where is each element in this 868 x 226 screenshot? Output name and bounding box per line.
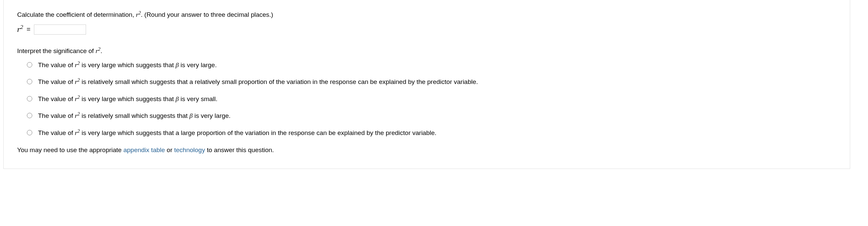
question-container: Calculate the coefficient of determinati…	[3, 0, 850, 169]
option-text-1: The value of r2 is very large which sugg…	[38, 61, 217, 70]
technology-link[interactable]: technology	[174, 147, 205, 154]
answer-input-row: r2 =	[17, 25, 836, 35]
hint-text-1: You may need to use the appropriate	[17, 147, 123, 154]
option-radio-5[interactable]	[27, 130, 32, 135]
r-squared-symbol: r2	[95, 47, 100, 55]
interpret-prompt: Interpret the significance of r2.	[17, 47, 836, 55]
option-text-4: The value of r2 is relatively small whic…	[38, 111, 230, 121]
interpret-text-2: .	[100, 47, 102, 55]
r-squared-symbol: r2	[75, 61, 80, 68]
r-squared-symbol: r2	[75, 112, 80, 119]
option-text-5: The value of r2 is very large which sugg…	[38, 129, 436, 138]
r-squared-symbol: r2	[75, 129, 80, 136]
hint-text-2: or	[165, 147, 174, 154]
appendix-table-link[interactable]: appendix table	[123, 147, 165, 154]
beta-symbol: β	[189, 112, 192, 119]
option-radio-1[interactable]	[27, 62, 32, 67]
option-text-3: The value of r2 is very large which sugg…	[38, 95, 217, 104]
option-radio-2[interactable]	[27, 79, 32, 84]
prompt-text-1: Calculate the coefficient of determinati…	[17, 11, 136, 18]
option-row-5[interactable]: The value of r2 is very large which sugg…	[25, 129, 836, 138]
hint-text-3: to answer this question.	[205, 147, 274, 154]
option-row-4[interactable]: The value of r2 is relatively small whic…	[25, 111, 836, 121]
beta-symbol: β	[176, 95, 179, 102]
beta-symbol: β	[176, 61, 179, 68]
option-radio-4[interactable]	[27, 113, 32, 118]
options-group: The value of r2 is very large which sugg…	[25, 61, 836, 138]
r-squared-input[interactable]	[34, 25, 86, 35]
option-text-2: The value of r2 is relatively small whic…	[38, 77, 478, 87]
r-squared-symbol: r2	[75, 78, 80, 85]
equals-sign: =	[27, 26, 31, 33]
option-row-1[interactable]: The value of r2 is very large which sugg…	[25, 61, 836, 70]
r-squared-label: r2	[17, 25, 23, 34]
r-squared-symbol: r2	[75, 95, 80, 102]
interpret-text-1: Interpret the significance of	[17, 47, 95, 55]
option-radio-3[interactable]	[27, 96, 32, 101]
hint-line: You may need to use the appropriate appe…	[17, 146, 836, 155]
prompt-text-2: . (Round your answer to three decimal pl…	[141, 11, 273, 18]
option-row-2[interactable]: The value of r2 is relatively small whic…	[25, 77, 836, 87]
main-prompt: Calculate the coefficient of determinati…	[17, 10, 836, 20]
option-row-3[interactable]: The value of r2 is very large which sugg…	[25, 95, 836, 104]
r-squared-symbol: r2	[136, 11, 141, 18]
